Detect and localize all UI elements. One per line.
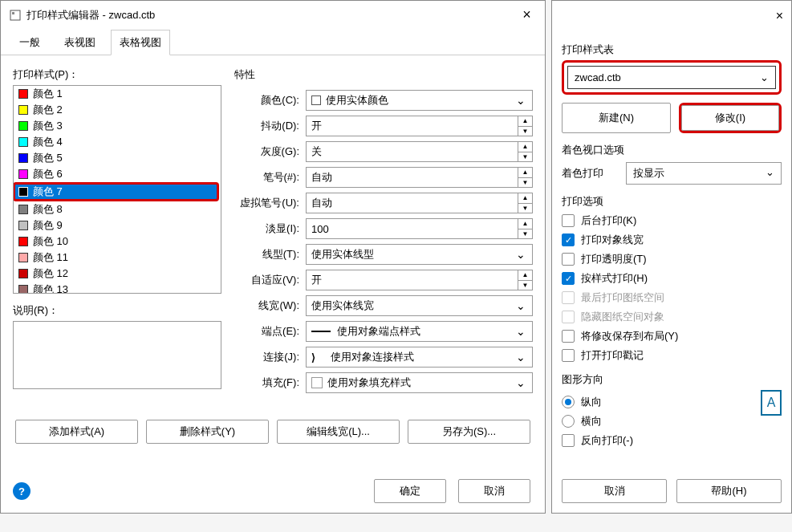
save-as-button[interactable]: 另存为(S)... [408, 420, 530, 444]
shade-plot-select[interactable]: 按显示 [626, 162, 782, 185]
paperspace-check [562, 291, 575, 304]
print-styles-listbox[interactable]: 颜色 1颜色 2颜色 3颜色 4颜色 5颜色 6颜色 7颜色 8颜色 9颜色 1… [13, 85, 221, 294]
color-swatch-icon [311, 95, 321, 105]
adaptive-label: 自适应(V): [229, 273, 306, 287]
color-swatch-icon [18, 269, 28, 278]
stamp-check-label: 打开打印戳记 [581, 348, 644, 363]
styles-check[interactable] [562, 272, 575, 285]
list-item[interactable]: 颜色 8 [14, 201, 221, 217]
screening-label: 淡显(I): [229, 221, 306, 236]
lineweight-select[interactable]: 使用实体线宽 [306, 295, 533, 316]
portrait-radio[interactable] [562, 396, 575, 408]
gray-spinner[interactable]: ▲▼ [518, 141, 533, 162]
dialog-title: 打印样式编辑器 - zwcad.ctb [26, 8, 155, 22]
delete-style-button[interactable]: 删除样式(Y) [146, 420, 269, 444]
vpen-input[interactable]: 自动 [306, 193, 518, 213]
color-swatch-icon [18, 253, 28, 262]
close-icon[interactable]: × [509, 3, 545, 27]
plot-settings-panel: × 打印样式表 zwcad.ctb 新建(N) 修改(I) 着色视口选项 着色打… [551, 0, 792, 514]
description-textarea[interactable] [13, 321, 221, 389]
list-item-label: 颜色 1 [33, 87, 63, 101]
screening-input[interactable]: 100 [306, 218, 518, 239]
linetype-select[interactable]: 使用实体线型 [306, 244, 533, 265]
new-button[interactable]: 新建(N) [562, 103, 671, 133]
save-check[interactable] [562, 330, 575, 343]
reverse-check[interactable] [562, 434, 575, 447]
vpen-spinner[interactable]: ▲▼ [518, 193, 533, 213]
gray-label: 灰度(G): [229, 144, 306, 159]
reverse-label: 反向打印(-) [581, 433, 633, 448]
adaptive-select[interactable]: 开 [306, 270, 518, 290]
description-label: 说明(R)： [13, 303, 221, 318]
color-swatch-icon [18, 137, 28, 147]
list-item-label: 颜色 9 [33, 218, 63, 233]
list-item[interactable]: 颜色 7 [13, 182, 219, 201]
cancel-button[interactable]: 取消 [458, 479, 530, 503]
help-icon[interactable]: ? [13, 482, 30, 500]
add-style-button[interactable]: 添加样式(A) [15, 420, 138, 444]
background-check-label: 后台打印(K) [581, 213, 636, 228]
dither-select[interactable]: 开 [306, 116, 518, 136]
tab-formview[interactable]: 表格视图 [111, 30, 170, 55]
pen-input[interactable]: 自动 [306, 167, 518, 188]
tab-tableview[interactable]: 表视图 [55, 30, 104, 55]
style-table-highlight: zwcad.ctb [562, 60, 782, 95]
list-item[interactable]: 颜色 9 [14, 217, 221, 234]
background-check[interactable] [562, 214, 575, 227]
list-item[interactable]: 颜色 1 [14, 86, 221, 102]
join-icon: ⟩ [311, 351, 326, 363]
titlebar: 打印样式编辑器 - zwcad.ctb × [1, 1, 545, 29]
fill-icon [311, 377, 323, 388]
list-item[interactable]: 颜色 10 [14, 234, 221, 250]
list-item[interactable]: 颜色 11 [14, 250, 221, 266]
side-bottom-buttons: 取消 帮助(H) [562, 479, 782, 503]
modify-button-highlight: 修改(I) [679, 103, 782, 133]
dither-spinner[interactable]: ▲▼ [518, 116, 533, 136]
endcap-icon [311, 331, 331, 332]
stamp-check[interactable] [562, 349, 575, 362]
fill-select[interactable]: 使用对象填充样式 [306, 372, 533, 393]
tab-general[interactable]: 一般 [10, 30, 49, 55]
color-swatch-icon [18, 121, 28, 131]
orientation-label: 图形方向 [562, 372, 782, 387]
lineweights-check-label: 打印对象线宽 [581, 233, 644, 247]
svg-rect-1 [12, 12, 14, 14]
left-panel: 打印样式(P)： 颜色 1颜色 2颜色 3颜色 4颜色 5颜色 6颜色 7颜色 … [13, 67, 221, 398]
transparency-check[interactable] [562, 253, 575, 266]
endcap-select[interactable]: 使用对象端点样式 [306, 321, 533, 342]
lineweights-check[interactable] [562, 234, 575, 246]
edit-lineweight-button[interactable]: 编辑线宽(L)... [277, 420, 400, 444]
hide-check-label: 隐藏图纸空间对象 [581, 310, 664, 324]
gray-select[interactable]: 关 [306, 141, 518, 162]
color-swatch-icon [18, 153, 28, 163]
list-item[interactable]: 颜色 12 [14, 266, 221, 282]
modify-button[interactable]: 修改(I) [681, 105, 779, 131]
style-table-select[interactable]: zwcad.ctb [567, 66, 776, 89]
vpen-label: 虚拟笔号(U): [229, 196, 306, 210]
color-swatch-icon [18, 89, 28, 99]
list-item[interactable]: 颜色 3 [14, 118, 221, 134]
color-label: 颜色(C): [229, 93, 306, 108]
side-help-button[interactable]: 帮助(H) [676, 479, 782, 503]
side-close-icon[interactable]: × [776, 9, 783, 23]
linetype-label: 线型(T): [229, 247, 306, 262]
landscape-label: 横向 [581, 414, 602, 428]
color-select[interactable]: 使用实体颜色 [306, 90, 533, 111]
fill-label: 填充(F): [229, 376, 306, 390]
shade-plot-label: 着色打印 [562, 166, 618, 181]
landscape-radio[interactable] [562, 415, 575, 428]
list-item-label: 颜色 7 [33, 185, 63, 199]
pen-spinner[interactable]: ▲▼ [518, 167, 533, 188]
list-item[interactable]: 颜色 2 [14, 102, 221, 118]
list-item[interactable]: 颜色 6 [14, 166, 221, 182]
shaded-viewport-label: 着色视口选项 [562, 143, 782, 157]
join-select[interactable]: ⟩ 使用对象连接样式 [306, 347, 533, 368]
ok-button[interactable]: 确定 [374, 479, 446, 503]
list-item-label: 颜色 13 [33, 282, 68, 294]
list-item[interactable]: 颜色 13 [14, 282, 221, 294]
list-item[interactable]: 颜色 5 [14, 150, 221, 166]
adaptive-spinner[interactable]: ▲▼ [518, 270, 533, 290]
side-cancel-button[interactable]: 取消 [562, 479, 667, 503]
list-item[interactable]: 颜色 4 [14, 134, 221, 150]
screening-spinner[interactable]: ▲▼ [518, 218, 533, 239]
